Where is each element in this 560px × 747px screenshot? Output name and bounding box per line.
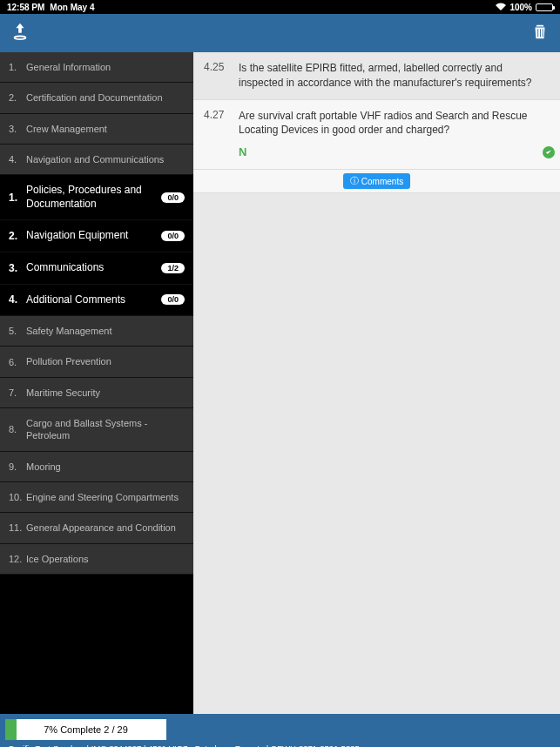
question-text: Are survival craft portable VHF radios a…	[239, 109, 550, 138]
sidebar-sub-navigation-equipment[interactable]: 2.Navigation Equipment0/0	[0, 220, 193, 252]
sidebar-item-maritime-security[interactable]: 7.Maritime Security	[0, 378, 193, 408]
question-number: 4.27	[204, 109, 239, 161]
sidebar-item-pollution[interactable]: 6.Pollution Prevention	[0, 347, 193, 377]
sidebar-item-navigation[interactable]: 4.Navigation and Communications	[0, 145, 193, 175]
sidebar-sub-communications[interactable]: 3.Communications1/2	[0, 252, 193, 285]
sidebar: 1.General Information 2.Certification an…	[0, 52, 193, 714]
wifi-icon	[496, 3, 506, 12]
sidebar-item-engine-steering[interactable]: 10.Engine and Steering Compartments	[0, 482, 193, 513]
footer-info: Pacific Test Gryphon | IMO 8844907 | 450…	[0, 740, 560, 747]
progress-bar: 7% Complete 2 / 29	[5, 719, 166, 740]
status-date: Mon May 4	[50, 3, 94, 12]
question-row[interactable]: 4.27 Are survival craft portable VHF rad…	[193, 100, 560, 171]
sidebar-item-cargo-ballast[interactable]: 8.Cargo and Ballast Systems - Petroleum	[0, 408, 193, 452]
count-badge: 1/2	[161, 263, 185, 273]
content-area: 4.25 Is the satellite EPIRB fitted, arme…	[193, 52, 560, 714]
delete-button[interactable]	[530, 22, 550, 44]
count-badge: 0/0	[161, 231, 185, 241]
comments-button[interactable]: ⓘ Comments	[343, 173, 410, 189]
question-row[interactable]: 4.25 Is the satellite EPIRB fitted, arme…	[193, 52, 560, 100]
sidebar-sub-policies[interactable]: 1.Policies, Procedures and Documentation…	[0, 175, 193, 220]
count-badge: 0/0	[161, 294, 185, 305]
answer-value: N	[239, 145, 246, 160]
question-text: Is the satellite EPIRB fitted, armed, la…	[239, 61, 550, 91]
sidebar-item-mooring[interactable]: 9.Mooring	[0, 452, 193, 482]
status-time: 12:58 PM	[7, 3, 44, 12]
battery-icon	[536, 3, 553, 11]
sidebar-item-general-information[interactable]: 1.General Information	[0, 52, 193, 83]
sidebar-item-ice-operations[interactable]: 12.Ice Operations	[0, 544, 193, 575]
sidebar-sub-additional-comments[interactable]: 4.Additional Comments0/0	[0, 285, 193, 317]
battery-percent: 100%	[509, 3, 532, 12]
sidebar-item-crew-management[interactable]: 3.Crew Management	[0, 114, 193, 145]
progress-text: 7% Complete 2 / 29	[5, 724, 166, 735]
count-badge: 0/0	[161, 192, 185, 203]
sidebar-item-safety[interactable]: 5.Safety Management	[0, 316, 193, 347]
footer: 7% Complete 2 / 29 Pacific Test Gryphon …	[0, 714, 560, 747]
sidebar-item-certification[interactable]: 2.Certification and Documentation	[0, 83, 193, 113]
upload-button[interactable]	[10, 22, 30, 44]
info-icon: ⓘ	[350, 175, 359, 187]
sidebar-item-general-appearance[interactable]: 11.General Appearance and Condition	[0, 513, 193, 543]
toolbar	[0, 14, 560, 52]
question-number: 4.25	[204, 61, 239, 91]
svg-point-0	[15, 37, 26, 40]
status-bar: 12:58 PM Mon May 4 100%	[0, 0, 560, 14]
